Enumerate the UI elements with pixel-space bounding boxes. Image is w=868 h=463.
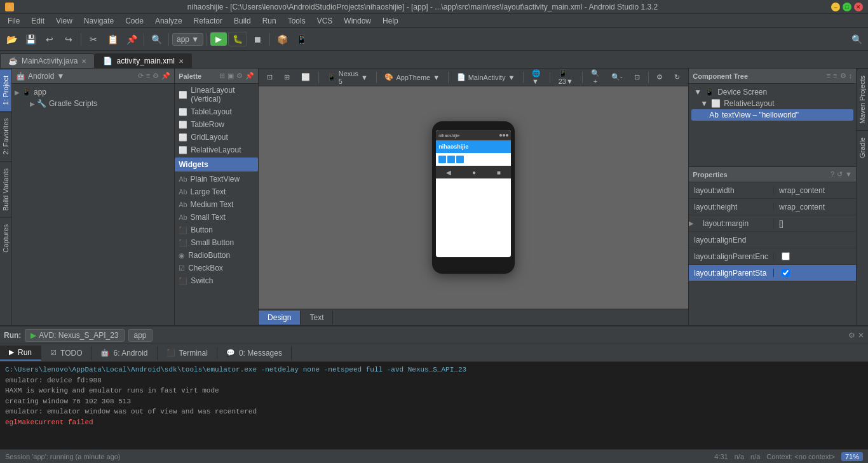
tab-main-activity[interactable]: ☕ MainActivity.java ✕ [0,53,95,68]
palette-large-text[interactable]: Ab Large Text [175,185,258,198]
bottom-tab-terminal[interactable]: ⬛ Terminal [158,346,217,360]
avd-manager-btn[interactable]: 📱 [292,30,310,48]
prop-expand-margin[interactable]: ▶ [689,220,694,227]
project-settings-icon[interactable]: ⚙ [153,72,159,80]
ct-relative-layout[interactable]: ▼ ⬜ RelativeLayout [691,98,853,109]
props-filter-icon[interactable]: ▼ [845,170,852,178]
palette-table-layout[interactable]: ⬜ TableLayout [175,105,258,118]
vtab-maven[interactable]: Maven Projects [857,69,868,130]
sdk-manager-btn[interactable]: 📦 [273,30,291,48]
design-tab-text[interactable]: Text [301,311,333,325]
menu-item-build[interactable]: Build [229,15,256,27]
render-settings-btn[interactable]: ⚙ [652,71,667,83]
palette-plain-textview[interactable]: Ab Plain TextView [175,173,258,185]
bottom-tab-android[interactable]: 🤖 6: Android [92,346,157,360]
palette-medium-text[interactable]: Ab Medium Text [175,198,258,211]
app-dropdown[interactable]: app ▼ [172,33,203,46]
palette-icon-1[interactable]: ⊞ [219,72,225,80]
design-zoom-fill-btn[interactable]: ⊞ [280,71,294,83]
tree-item-app[interactable]: ▶ 📱 app [12,86,174,98]
palette-small-text[interactable]: Ab Small Text [175,211,258,224]
ct-icon-4[interactable]: ↕ [849,72,853,80]
prop-checkbox-ape[interactable] [782,252,790,260]
prop-layout-alignend[interactable]: layout:alignEnd [689,232,856,248]
toolbar-save-btn[interactable]: 💾 [22,30,39,48]
palette-icon-3[interactable]: ⚙ [236,72,243,80]
api-selector[interactable]: 📱 23▼ [554,67,579,87]
vtab-project[interactable]: 1: Project [0,69,11,111]
menu-item-code[interactable]: Code [120,15,149,27]
prop-checkbox-aps[interactable] [782,269,790,277]
android-selector[interactable]: 🤖 Android ▼ [16,72,64,81]
palette-button[interactable]: ⬛ Button [175,224,258,236]
menu-item-window[interactable]: Window [339,15,376,27]
toolbar-undo-btn[interactable]: ↩ [41,30,58,48]
design-zoom-fit-btn[interactable]: ⊡ [262,71,277,83]
toolbar-find-btn[interactable]: 🔍 [147,30,165,48]
stop-button[interactable]: ⏹ [248,30,266,48]
theme-selector[interactable]: 🎨 AppTheme ▼ [380,71,444,83]
palette-small-button[interactable]: ⬛ Small Button [175,236,258,249]
project-pin-icon[interactable]: 📌 [161,72,170,80]
vtab-captures[interactable]: Captures [0,217,11,259]
toolbar-cut-btn[interactable]: ✂ [85,30,102,48]
menu-item-run[interactable]: Run [257,15,281,27]
window-controls[interactable]: A [5,3,14,11]
palette-icon-2[interactable]: ▣ [227,72,234,80]
bottom-tab-todo[interactable]: ☑ TODO [41,346,92,360]
close-button[interactable]: ✕ [854,3,863,11]
palette-grid-layout[interactable]: ⬜ GridLayout [175,131,258,144]
close-tab-java[interactable]: ✕ [81,58,86,65]
bottom-settings-icon[interactable]: ⚙ [848,331,855,340]
app-run-label[interactable]: app [128,329,153,342]
debug-button[interactable]: 🐛 [228,32,247,46]
project-collapse-icon[interactable]: ≡ [146,72,150,80]
props-help-icon[interactable]: ? [831,170,834,178]
ct-icon-3[interactable]: ⚙ [840,72,846,80]
zoom-out-btn[interactable]: 🔍- [607,71,627,83]
prop-layout-margin[interactable]: ▶ layout:margin [] [689,215,856,232]
device-selector[interactable]: 📱 Nexus 5 ▼ [323,68,372,87]
palette-switch[interactable]: ⬛ Switch [175,274,258,287]
bottom-close-icon[interactable]: ✕ [858,331,864,340]
design-tab-design[interactable]: Design [259,311,301,325]
vtab-build-variants[interactable]: Build Variants [0,161,11,217]
palette-checkbox[interactable]: ☑ CheckBox [175,262,258,274]
close-tab-xml[interactable]: ✕ [179,58,184,65]
ct-icon-2[interactable]: ≡ [833,72,837,80]
prop-layout-width[interactable]: layout:width wrap_content [689,182,856,199]
avd-selector[interactable]: ▶ AVD: Nexus_S_API_23 [25,329,124,342]
bottom-tab-messages[interactable]: 💬 0: Messages [217,346,292,360]
prop-layout-height[interactable]: layout:height wrap_content [689,199,856,215]
palette-linear-layout[interactable]: ⬜ LinearLayout (Vertical) [175,84,258,105]
window-control-buttons[interactable]: – □ ✕ [831,3,863,11]
prop-align-parent-start[interactable]: layout:alignParentSta [689,265,856,281]
menu-item-refactor[interactable]: Refactor [189,15,227,27]
menu-item-navigate[interactable]: Navigate [79,15,119,27]
vtab-gradle[interactable]: Gradle [857,130,868,164]
zoom-fit-btn2[interactable]: ⊡ [630,71,644,83]
zoom-badge[interactable]: 71% [841,452,863,461]
menu-item-analyze[interactable]: Analyze [150,15,187,27]
palette-relative-layout[interactable]: ⬜ RelativeLayout [175,144,258,156]
menu-item-help[interactable]: Help [377,15,403,27]
project-sync-icon[interactable]: ⟳ [138,72,144,80]
minimize-button[interactable]: – [831,3,840,11]
menu-item-tools[interactable]: Tools [283,15,311,27]
zoom-in-btn[interactable]: 🔍+ [587,67,604,87]
menu-item-edit[interactable]: Edit [26,15,50,27]
ct-textview[interactable]: Ab textView – "helloworld" [691,109,853,121]
refresh-btn[interactable]: ↻ [670,71,684,83]
prop-align-parent-end[interactable]: layout:alignParentEnc [689,248,856,265]
toolbar-paste-btn[interactable]: 📌 [123,30,140,48]
palette-table-row[interactable]: ⬜ TableRow [175,118,258,131]
props-reset-icon[interactable]: ↺ [837,170,843,178]
toolbar-copy-btn[interactable]: 📋 [104,30,121,48]
palette-radio-button[interactable]: ◉ RadioButton [175,249,258,262]
tab-activity-xml[interactable]: 📄 activity_main.xml ✕ [95,53,191,68]
maximize-button[interactable]: □ [843,3,851,11]
activity-selector[interactable]: 📄 MainActivity ▼ [452,71,520,83]
menu-item-vcs[interactable]: VCS [312,15,338,27]
menu-item-view[interactable]: View [51,15,78,27]
tree-item-gradle[interactable]: ▶ 🔧 Gradle Scripts [12,98,174,109]
